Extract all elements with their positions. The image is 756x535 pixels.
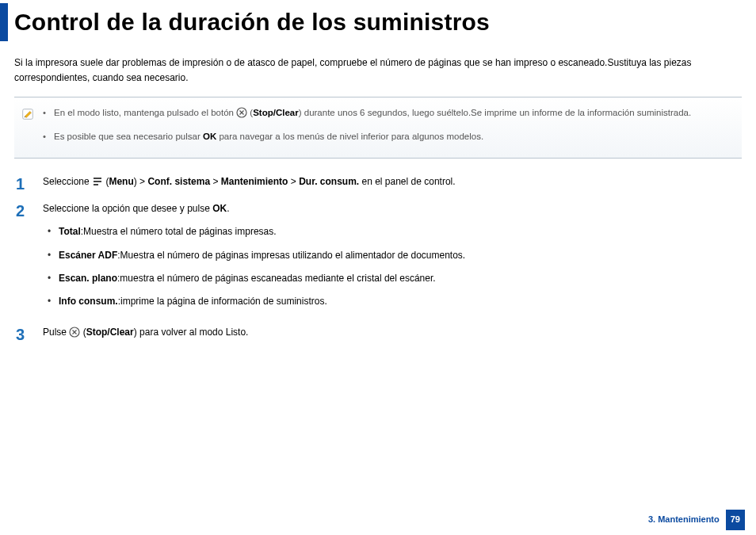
s1-a: Seleccione [43, 176, 92, 187]
step-2: 2 Seleccione la opción que desee y pulse… [16, 201, 742, 317]
intro-paragraph: Si la impresora suele dar problemas de i… [14, 55, 742, 86]
s1-h: > [288, 176, 299, 187]
step-1: 1 Seleccione (Menu) > Conf. sistema > Ma… [16, 174, 742, 193]
s2-bullet-flatbed: Escan. plano:muestra el número de página… [43, 271, 742, 286]
svg-rect-6 [94, 184, 98, 185]
svg-rect-5 [94, 181, 101, 182]
note2-text-a: Es posible que sea necesario pulsar [54, 132, 203, 141]
step-3: 3 Pulse (Stop/Clear) para volver al modo… [16, 325, 742, 344]
note1-text-d: ) durante unos 6 segundos, luego suéltel… [299, 108, 691, 117]
s1-c: Menu [109, 176, 133, 187]
footer-chapter: 3. Mantenimiento [648, 513, 720, 527]
s3-c: Stop/Clear [86, 327, 134, 338]
footer-page-number: 79 [726, 510, 745, 530]
b2a: Escáner ADF [59, 250, 117, 261]
b3a: Escan. plano [59, 273, 117, 284]
stop-clear-icon [236, 107, 247, 122]
b3b: :muestra el número de páginas escaneadas… [117, 273, 436, 284]
s2-a: Seleccione la opción que desee y pulse [43, 203, 212, 214]
step-number-3: 3 [16, 325, 30, 344]
s2-b: OK [212, 203, 227, 214]
note1-text-a: En el modo listo, mantenga pulsado el bo… [54, 108, 236, 117]
s1-d: ) > [134, 176, 148, 187]
s1-g: Mantenimiento [221, 176, 288, 187]
page-title: Control de la duración de los suministro… [10, 3, 490, 41]
b4a: Info consum. [59, 296, 118, 307]
s3-d: ) para volver al modo Listo. [134, 327, 249, 338]
step-number-1: 1 [16, 174, 30, 193]
s2-bullet-total: Total:Muestra el número total de páginas… [43, 224, 742, 239]
s1-j: en el panel de control. [359, 176, 455, 187]
menu-icon [92, 176, 103, 192]
s1-f: > [210, 176, 221, 187]
s1-i: Dur. consum. [299, 176, 359, 187]
note-item-2: Es posible que sea necesario pulsar OK p… [43, 129, 691, 143]
note-item-1: En el modo listo, mantenga pulsado el bo… [43, 105, 691, 122]
stop-clear-icon [69, 327, 80, 342]
note2-text-b: OK [203, 132, 216, 141]
note-icon [21, 107, 35, 121]
b4b: :imprime la página de información de sum… [118, 296, 327, 307]
note-box: En el modo listo, mantenga pulsado el bo… [14, 97, 742, 159]
note2-text-c: para navegar a los menús de nivel inferi… [216, 132, 483, 141]
b1b: :Muestra el número total de páginas impr… [81, 226, 277, 237]
step-number-2: 2 [16, 201, 30, 317]
s2-c: . [227, 203, 229, 214]
s3-a: Pulse [43, 327, 69, 338]
b1a: Total [59, 226, 81, 237]
page-footer: 3. Mantenimiento 79 [648, 510, 745, 530]
b2b: :Muestra el número de páginas impresas u… [117, 250, 465, 261]
s2-bullet-info: Info consum.:imprime la página de inform… [43, 294, 742, 309]
svg-rect-4 [94, 178, 101, 179]
note1-text-c: Stop/Clear [253, 108, 299, 117]
s1-e: Conf. sistema [147, 176, 210, 187]
s2-bullet-adf: Escáner ADF:Muestra el número de páginas… [43, 248, 742, 263]
title-accent-bar [0, 3, 8, 41]
